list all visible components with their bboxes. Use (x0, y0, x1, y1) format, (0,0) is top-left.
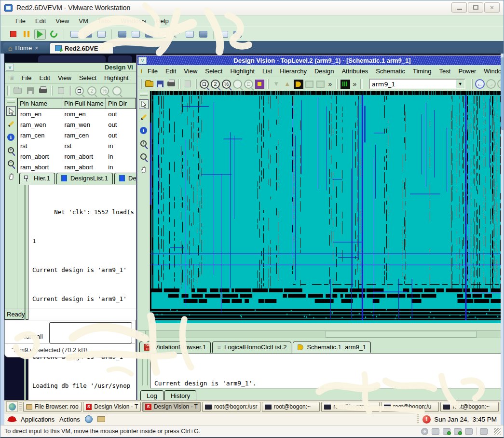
design-selector-input[interactable] (370, 80, 456, 88)
snapshot-revert-button[interactable] (82, 29, 94, 40)
reset-button[interactable] (48, 29, 59, 40)
main-menu-list[interactable]: List (259, 67, 275, 76)
zoom-2x-button[interactable]: 2 (211, 79, 220, 90)
launcher-button[interactable] (6, 401, 18, 412)
tab-logicalhomoclctlist[interactable]: ≡LogicalHomoClctList.2 (212, 342, 291, 353)
taskbar-button-terminal-5[interactable]: root@bogon:~ (440, 402, 499, 412)
summary-button[interactable] (232, 29, 243, 40)
new-schematic-button[interactable] (294, 79, 303, 90)
hscroll-thumb[interactable] (326, 331, 477, 338)
zoom-select-button[interactable] (74, 85, 85, 96)
select-tool-button[interactable] (139, 99, 149, 109)
left-menu-select[interactable]: Select (76, 73, 100, 82)
taskbar-button-terminal-4[interactable]: root@bogon:/u (381, 402, 439, 412)
zoom-in-tool-button[interactable]: + (6, 145, 16, 155)
usb-icon[interactable] (465, 428, 473, 435)
splitter-handle[interactable] (24, 185, 26, 401)
main-menu-view[interactable]: View (180, 67, 201, 76)
column-header-pin-dir[interactable]: Pin Dir (106, 98, 136, 109)
file-manager-icon[interactable] (97, 416, 105, 422)
show-sidebar-button[interactable] (116, 29, 128, 40)
save-button[interactable] (25, 85, 36, 96)
schematic-hscrollbar[interactable]: ◀ (138, 330, 501, 338)
draw-tool-button[interactable] (6, 119, 16, 129)
taskbar-button-design-vision-1[interactable]: SDesign Vision - T (83, 402, 141, 412)
left-menu-view[interactable]: View (54, 73, 75, 82)
left-menu-file[interactable]: File (18, 73, 35, 82)
taskbar-button-terminal-2[interactable]: root@bogon:~ (262, 402, 320, 412)
actions-menu[interactable]: Actions (59, 416, 80, 423)
zoom-half-button[interactable]: ½ (222, 79, 232, 90)
properties-button[interactable] (183, 79, 192, 90)
tab-vm-red26dvevm[interactable]: Red2.6DVE × (50, 42, 113, 54)
zoom-half-button[interactable]: ½ (99, 85, 110, 96)
alert-icon[interactable]: ! (422, 415, 431, 424)
main-menu-hierarchy[interactable]: Hierarchy (276, 67, 310, 76)
main-menu-test[interactable]: Test (436, 67, 454, 76)
panel-handle[interactable] (417, 414, 419, 424)
table-row[interactable]: rom_enrom_enout (18, 109, 136, 120)
suspend-button[interactable] (21, 29, 32, 40)
table-row[interactable]: ram_wenram_wenout (18, 120, 136, 130)
show-console-button[interactable] (130, 29, 141, 40)
menu-view[interactable]: View (51, 16, 73, 26)
harddisk-icon[interactable] (432, 428, 439, 435)
resize-grip[interactable] (494, 428, 501, 435)
ascend-button[interactable]: ▲ (283, 79, 292, 90)
menu-help[interactable]: Help (151, 16, 173, 26)
overflow-icon[interactable]: » (352, 80, 358, 88)
menu-vm[interactable]: VM (74, 16, 93, 26)
dropdown-icon[interactable]: ▼ (456, 80, 464, 88)
viewport-vertical-scrollbar[interactable] (501, 54, 504, 400)
tab-log[interactable]: Log (140, 390, 163, 401)
properties-button[interactable] (55, 85, 67, 96)
main-menu-power[interactable]: Power (455, 67, 479, 76)
info-tool-button[interactable]: i (6, 132, 16, 142)
select-tool-button[interactable] (6, 106, 16, 116)
save-button[interactable] (155, 79, 165, 90)
left-menu-highlight[interactable]: Highlight (101, 73, 132, 82)
nav-back-button[interactable]: ← (475, 79, 485, 90)
applications-menu[interactable]: Applications (21, 416, 54, 423)
column-header-pin-full-name[interactable]: Pin Full Name (62, 98, 106, 109)
maximize-button[interactable] (468, 2, 483, 13)
home-tab-close-icon[interactable]: × (35, 45, 38, 52)
power-off-button[interactable] (7, 29, 19, 40)
pan-button[interactable] (111, 85, 123, 96)
io-view-button[interactable] (316, 79, 326, 90)
settings-button[interactable] (218, 29, 230, 40)
table-row[interactable]: ram_abortram_abortin (18, 162, 136, 173)
zoom-select-button[interactable] (200, 79, 209, 90)
tab-schematic[interactable]: Schematic.1 arm9_1 (293, 342, 371, 353)
zoom-in-tool-button[interactable]: + (139, 138, 149, 148)
main-menu-attributes[interactable]: Attributes (338, 67, 371, 76)
menu-windows[interactable]: Windows (116, 16, 150, 26)
open-button[interactable] (12, 85, 23, 96)
window-menu-icon[interactable]: v (6, 64, 14, 71)
left-log-output[interactable]: Net 'clk': 1552 load(s 1 Current design … (28, 185, 138, 413)
column-header-pin-name[interactable]: Pin Name (17, 98, 62, 109)
message-icon[interactable] (480, 428, 488, 435)
window-menu-icon[interactable]: v (138, 57, 147, 64)
info-tool-button[interactable]: i (139, 125, 149, 135)
tab-violationbrowser[interactable]: DRTFViolationBrowser.1 (139, 342, 211, 353)
minimize-button[interactable] (451, 2, 467, 13)
left-menu-edit[interactable]: Edit (36, 73, 54, 82)
cdrom-icon[interactable] (421, 428, 428, 435)
unity-button[interactable] (170, 29, 182, 40)
sound-icon[interactable] (454, 428, 462, 435)
main-menu-timing[interactable]: Timing (409, 67, 435, 76)
quick-switch-button[interactable] (143, 29, 155, 40)
main-dv-titlebar[interactable]: v Design Vision - TopLevel.2 (arm9_1) - … (137, 56, 501, 65)
pan-tool-button[interactable] (139, 164, 149, 174)
power-on-button[interactable] (34, 29, 46, 40)
symbol-view-button[interactable] (305, 79, 314, 90)
toolstrip-handle[interactable] (140, 93, 148, 96)
taskbar-button-file-browser[interactable]: File Browser: roo (23, 402, 82, 412)
dc-shell-terminal[interactable]: Initializing... dc_shel > (49, 322, 132, 343)
taskbar-button-design-vision-2[interactable]: SDesign Vision - T (142, 402, 201, 412)
main-log-output[interactable]: Current design is 'arm9_1'. design_visio… (150, 354, 501, 388)
left-dv-titlebar[interactable]: v Design Vi (5, 63, 136, 72)
fullscreen-button[interactable] (157, 29, 168, 40)
clock[interactable]: Sun Jan 24, 3:45 PM (434, 416, 497, 423)
